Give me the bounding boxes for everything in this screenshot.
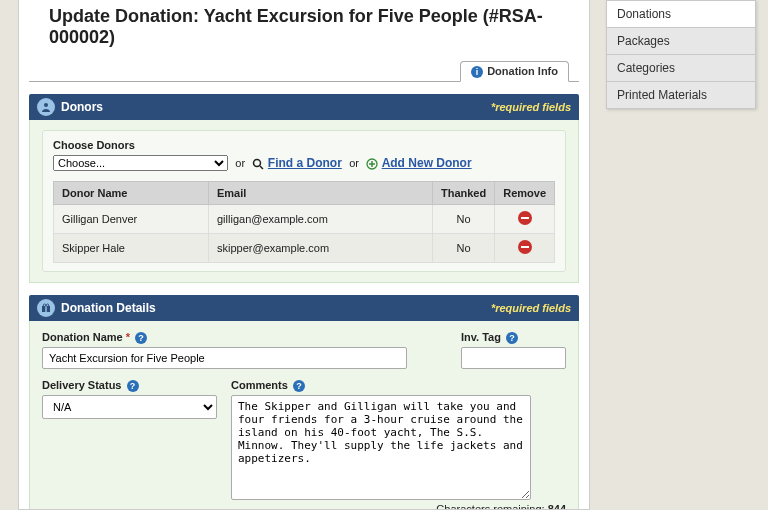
or-text-1: or [235, 157, 245, 169]
help-icon[interactable]: ? [135, 332, 147, 344]
help-icon[interactable]: ? [506, 332, 518, 344]
donors-title: Donors [61, 100, 103, 114]
sidebar-item-packages[interactable]: Packages [606, 28, 756, 55]
cell-email: gilligan@example.com [209, 205, 433, 234]
tab-row: iDonation Info [29, 58, 579, 82]
donors-subbox: Choose Donors Choose... or Find a Donor … [42, 130, 566, 272]
cell-thanked: No [432, 234, 494, 263]
cell-name: Skipper Hale [54, 234, 209, 263]
cell-name: Gilligan Denver [54, 205, 209, 234]
delivery-status-label: Delivery Status ? [42, 379, 217, 392]
svg-rect-8 [45, 306, 46, 312]
comments-field: Comments ? Characters remaining: 844 [231, 379, 566, 510]
search-icon [252, 158, 264, 170]
col-thanked: Thanked [432, 182, 494, 205]
svg-line-2 [260, 166, 263, 169]
gift-icon [37, 299, 55, 317]
donation-name-input[interactable] [42, 347, 407, 369]
find-donor-link[interactable]: Find a Donor [268, 156, 342, 170]
remove-button[interactable] [518, 240, 532, 254]
donors-header: Donors *required fields [29, 94, 579, 120]
inv-tag-field: Inv. Tag ? [461, 331, 566, 369]
sidebar-item-printed-materials[interactable]: Printed Materials [606, 82, 756, 109]
choose-donors-select[interactable]: Choose... [53, 155, 228, 171]
add-new-donor-link[interactable]: Add New Donor [382, 156, 472, 170]
inv-tag-label: Inv. Tag ? [461, 331, 566, 344]
tab-donation-info[interactable]: iDonation Info [460, 61, 569, 82]
required-fields-label: *required fields [491, 101, 571, 113]
help-icon[interactable]: ? [127, 380, 139, 392]
delivery-status-select[interactable]: N/A [42, 395, 217, 419]
plus-icon [366, 158, 378, 170]
sidebar: Donations Packages Categories Printed Ma… [606, 0, 756, 109]
donors-table: Donor Name Email Thanked Remove Gilligan… [53, 181, 555, 263]
svg-point-10 [46, 304, 48, 306]
svg-point-0 [44, 103, 48, 107]
table-row: Skipper Hale skipper@example.com No [54, 234, 555, 263]
donors-body: Choose Donors Choose... or Find a Donor … [29, 120, 579, 283]
remove-button[interactable] [518, 211, 532, 225]
sidebar-item-donations[interactable]: Donations [606, 0, 756, 28]
required-fields-label: *required fields [491, 302, 571, 314]
comments-label: Comments ? [231, 379, 566, 392]
cell-remove [495, 234, 555, 263]
info-icon: i [471, 66, 483, 78]
details-body: Donation Name * ? Inv. Tag ? Delivery St… [29, 321, 579, 510]
page-title: Update Donation: Yacht Excursion for Fiv… [49, 6, 579, 48]
details-title: Donation Details [61, 301, 156, 315]
comments-textarea[interactable] [231, 395, 531, 500]
col-remove: Remove [495, 182, 555, 205]
donors-section: Donors *required fields Choose Donors Ch… [29, 94, 579, 283]
col-donor-name: Donor Name [54, 182, 209, 205]
donation-name-field: Donation Name * ? [42, 331, 447, 369]
details-header: Donation Details *required fields [29, 295, 579, 321]
person-icon [37, 98, 55, 116]
details-section: Donation Details *required fields Donati… [29, 295, 579, 510]
cell-remove [495, 205, 555, 234]
help-icon[interactable]: ? [293, 380, 305, 392]
choose-row: Choose... or Find a Donor or Add New Don… [53, 155, 555, 171]
cell-thanked: No [432, 205, 494, 234]
svg-point-1 [254, 159, 261, 166]
donation-name-label: Donation Name * ? [42, 331, 447, 344]
sidebar-item-categories[interactable]: Categories [606, 55, 756, 82]
chars-remaining: Characters remaining: 844 [231, 503, 566, 510]
table-row: Gilligan Denver gilligan@example.com No [54, 205, 555, 234]
inv-tag-input[interactable] [461, 347, 566, 369]
main-panel: Update Donation: Yacht Excursion for Fiv… [18, 0, 590, 510]
delivery-status-field: Delivery Status ? N/A [42, 379, 217, 510]
tab-label: Donation Info [487, 65, 558, 77]
svg-point-9 [43, 304, 45, 306]
or-text-2: or [349, 157, 359, 169]
choose-donors-label: Choose Donors [53, 139, 555, 151]
col-email: Email [209, 182, 433, 205]
cell-email: skipper@example.com [209, 234, 433, 263]
